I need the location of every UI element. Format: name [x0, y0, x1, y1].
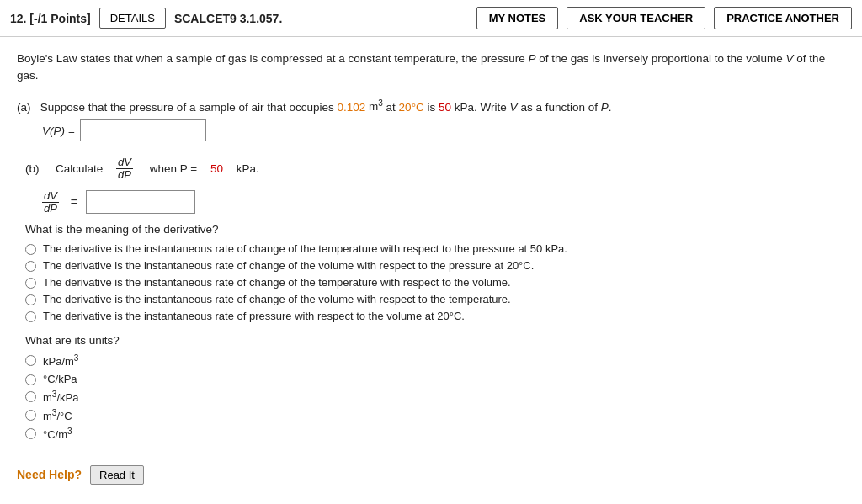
main-content: Boyle's Law states that when a sample of… — [0, 37, 862, 498]
units-section: What are its units? kPa/m3 °C/kPa m3/kPa… — [25, 334, 845, 441]
radio-unit-3[interactable] — [25, 391, 36, 402]
radio-meaning-3[interactable] — [25, 278, 36, 289]
radio-option-4: The derivative is the instantaneous rate… — [25, 293, 845, 305]
vp-input[interactable] — [80, 119, 206, 141]
unit-option-5: °C/m3 — [25, 427, 845, 441]
header-bar: 12. [-/1 Points] DETAILS SCALCET9 3.1.05… — [0, 0, 862, 37]
meaning-question: What is the meaning of the derivative? — [25, 223, 845, 236]
unit-option-4: m3/°C — [25, 408, 845, 422]
radio-option-2: The derivative is the instantaneous rate… — [25, 259, 845, 272]
unit-option-2: °C/kPa — [25, 373, 845, 385]
dv-dp-fraction: dV dP — [116, 157, 133, 182]
radio-meaning-1[interactable] — [25, 244, 36, 255]
radio-meaning-5[interactable] — [25, 311, 36, 322]
problem-code: SCALCET9 3.1.057. — [174, 12, 282, 25]
part-a-label: (a) Suppose that the pressure of a sampl… — [17, 98, 845, 114]
vp-input-line: V(P) = — [42, 119, 845, 141]
units-question: What are its units? — [25, 334, 845, 347]
details-button[interactable]: DETAILS — [99, 8, 166, 29]
radio-option-3: The derivative is the instantaneous rate… — [25, 276, 845, 289]
calculate-line: (b) Calculate dV dP when P = 50 kPa. — [25, 157, 845, 182]
radio-unit-1[interactable] — [25, 355, 36, 366]
radio-unit-2[interactable] — [25, 374, 36, 385]
unit-option-1: kPa/m3 — [25, 353, 845, 368]
radio-meaning-2[interactable] — [25, 261, 36, 272]
unit-option-3: m3/kPa — [25, 390, 845, 404]
meaning-section: What is the meaning of the derivative? T… — [25, 223, 845, 322]
radio-option-1: The derivative is the instantaneous rate… — [25, 242, 845, 255]
dv-dp-label: dV dP — [42, 190, 59, 215]
dv-dp-input-line: dV dP = — [42, 190, 845, 215]
part-a: (a) Suppose that the pressure of a sampl… — [17, 98, 845, 142]
need-help-section: Need Help? Read It — [17, 457, 845, 485]
radio-unit-4[interactable] — [25, 410, 36, 421]
practice-another-button[interactable]: PRACTICE ANOTHER — [714, 7, 852, 29]
my-notes-button[interactable]: MY NOTES — [476, 7, 559, 29]
radio-unit-5[interactable] — [25, 428, 36, 439]
read-it-button[interactable]: Read It — [90, 465, 144, 485]
radio-option-5: The derivative is the instantaneous rate… — [25, 310, 845, 322]
radio-meaning-4[interactable] — [25, 294, 36, 305]
need-help-text: Need Help? — [17, 468, 82, 481]
part-b: (b) Calculate dV dP when P = 50 kPa. dV … — [17, 157, 845, 442]
boyles-law-text: Boyle's Law states that when a sample of… — [17, 50, 845, 85]
dv-dp-input[interactable] — [86, 190, 195, 214]
ask-teacher-button[interactable]: ASK YOUR TEACHER — [567, 7, 705, 29]
question-number: 12. [-/1 Points] — [10, 12, 91, 25]
vp-label: V(P) = — [42, 125, 75, 137]
